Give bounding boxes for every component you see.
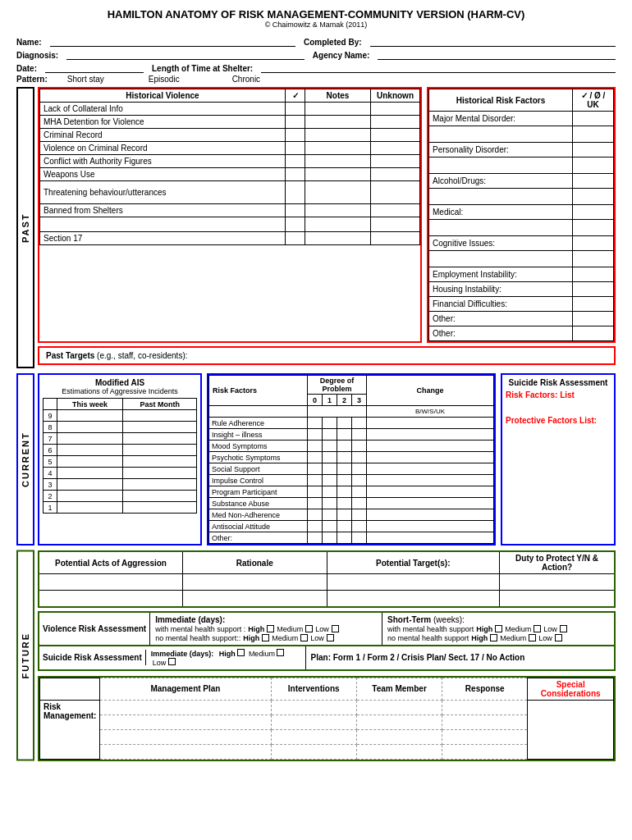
mod-ais-table: This week Past Month 9 8 7 6 5 4 3 2 1	[43, 398, 197, 514]
hv-row-8	[40, 217, 286, 232]
current-content: Modified AIS Estimations of Aggressive I…	[38, 373, 616, 546]
rf-row-6: Program Participant	[209, 486, 308, 498]
hv-unknown-col: Unknown	[371, 89, 420, 103]
table-row: Weapons Use	[40, 168, 420, 181]
rf-row-4: Social Support	[209, 463, 308, 475]
table-row	[429, 251, 614, 267]
table-row: Impulse Control	[209, 475, 494, 486]
date-field[interactable]	[45, 62, 144, 73]
pa-col4: Duty to Protect Y/N & Action?	[500, 551, 615, 574]
agency-name-label: Agency Name:	[313, 51, 369, 60]
sra-low-checkbox[interactable]	[168, 658, 176, 665]
rf-title: Risk Factors	[209, 376, 308, 406]
vra-right: Short-Term (weeks): with mental health s…	[382, 613, 614, 645]
ais-empty-header	[44, 399, 57, 410]
table-row: Banned from Shelters	[40, 204, 420, 217]
ais-row-5: 4	[44, 468, 57, 479]
vra-high3-checkbox[interactable]	[495, 625, 502, 632]
table-row: Mood Symptoms	[209, 441, 494, 452]
table-row: 1	[44, 502, 197, 514]
table-row: Major Mental Disorder:	[429, 112, 614, 126]
vra-high2-checkbox[interactable]	[262, 634, 269, 641]
hv-row-7: Banned from Shelters	[40, 204, 286, 217]
ais-row-7: 2	[44, 491, 57, 502]
hrf-row-7: Financial Difficulties:	[429, 297, 573, 312]
hrf-row-5: Employment Instability:	[429, 267, 573, 282]
vra-low2-checkbox[interactable]	[327, 634, 334, 641]
mgmt-col2: Interventions	[271, 678, 356, 700]
vra-low4-checkbox[interactable]	[555, 634, 562, 641]
hrf-row-2: Alcohol/Drugs:	[429, 174, 573, 189]
sra-high-checkbox[interactable]	[237, 649, 245, 656]
pa-col2: Rationale	[183, 551, 327, 574]
future-label: FUTURE	[16, 550, 34, 761]
risk-factors-box: Risk Factors Degree of Problem Change 0 …	[207, 373, 496, 546]
ais-row-6: 3	[44, 479, 57, 491]
table-row	[429, 189, 614, 205]
hv-row-6: Threatening behaviour/utterances	[40, 181, 286, 204]
table-row: Violence on Criminal Record	[40, 142, 420, 155]
sra-label: Suicide Risk Assessment	[39, 650, 146, 665]
table-row	[429, 220, 614, 236]
pattern-chronic[interactable]: Chronic	[232, 75, 260, 84]
hv-row-1: MHA Detention for Violence	[40, 116, 286, 129]
vra-label-text: Violence Risk Assessment	[43, 624, 146, 633]
hrf-title: Historical Risk Factors	[429, 89, 573, 112]
vra-with-support-row: with mental health support : High Medium…	[155, 625, 377, 633]
agency-name-field[interactable]	[378, 48, 616, 60]
table-row: Financial Difficulties:	[429, 297, 614, 312]
historical-violence-box: Historical Violence ✓ Notes Unknown Lack…	[38, 87, 422, 343]
modified-ais-box: Modified AIS Estimations of Aggressive I…	[38, 373, 202, 546]
rf-row-8: Med Non-Adherence	[209, 509, 308, 521]
rf-row-3: Psychotic Symptoms	[209, 452, 308, 463]
rf-col-1: 1	[323, 395, 337, 406]
past-content: Historical Violence ✓ Notes Unknown Lack…	[38, 87, 616, 368]
table-row	[39, 574, 615, 591]
table-row: Lack of Collateral Info	[40, 103, 420, 116]
vra-low3-checkbox[interactable]	[560, 625, 567, 632]
vra-high4-checkbox[interactable]	[490, 634, 497, 641]
rf-row-0: Rule Adherence	[209, 418, 308, 429]
hrf-row-3: Medical:	[429, 205, 573, 220]
sra-medium-checkbox[interactable]	[277, 649, 284, 656]
vra-label: Violence Risk Assessment	[39, 613, 150, 645]
protective-factors-label: Protective Factors List:	[506, 416, 611, 425]
pattern-row: Pattern: Short stay Episodic Chronic	[16, 75, 616, 84]
historical-risk-factors-box: Historical Risk Factors ✓ / Ø / UK Major…	[427, 87, 616, 343]
name-field[interactable]	[50, 35, 295, 47]
future-section: FUTURE Potential Acts of Aggression Rati…	[16, 550, 616, 761]
vra-no-support2-row: no mental health support High Medium Low	[387, 634, 609, 642]
ais-past-month: Past Month	[123, 399, 197, 410]
vra-medium2-checkbox[interactable]	[300, 634, 308, 641]
vra-high-checkbox[interactable]	[267, 625, 274, 632]
suicide-risk-title: Suicide Risk Assessment	[506, 378, 611, 387]
vra-low-checkbox[interactable]	[332, 625, 339, 632]
table-row: Program Participant	[209, 486, 494, 498]
current-section: CURRENT Modified AIS Estimations of Aggr…	[16, 373, 616, 546]
diagnosis-field[interactable]	[66, 48, 305, 60]
ais-row-1: 8	[44, 422, 57, 433]
suicide-risk-assessment-row: Suicide Risk Assessment Immediate (days)…	[38, 646, 616, 671]
ais-row-0: 9	[44, 410, 57, 422]
vra-medium4-checkbox[interactable]	[529, 634, 536, 641]
name-row: Name: Completed By:	[16, 35, 616, 47]
current-top: Modified AIS Estimations of Aggressive I…	[38, 373, 616, 546]
main-title: HAMILTON ANATOMY OF RISK MANAGEMENT-COMM…	[16, 8, 616, 21]
pattern-episodic[interactable]: Episodic	[149, 75, 180, 84]
table-row: Psychotic Symptoms	[209, 452, 494, 463]
vra-immediate-label: Immediate (days):	[155, 615, 377, 624]
pa-col1: Potential Acts of Aggression	[39, 551, 183, 574]
current-label: CURRENT	[16, 373, 34, 546]
length-field[interactable]	[261, 62, 616, 73]
rf-row-1: Insight – illness	[209, 429, 308, 441]
table-row: Med Non-Adherence	[209, 509, 494, 521]
completed-by-field[interactable]	[370, 35, 616, 47]
future-content: Potential Acts of Aggression Rationale P…	[38, 550, 616, 761]
hv-row-3: Violence on Criminal Record	[40, 142, 286, 155]
vra-medium3-checkbox[interactable]	[534, 625, 541, 632]
past-targets-label: Past Targets	[46, 351, 94, 360]
rf-change-header: Change	[367, 376, 494, 406]
pattern-short-stay[interactable]: Short stay	[67, 75, 104, 84]
vra-medium-checkbox[interactable]	[305, 625, 313, 632]
past-targets-box: Past Targets (e.g., staff, co-residents)…	[38, 346, 616, 365]
